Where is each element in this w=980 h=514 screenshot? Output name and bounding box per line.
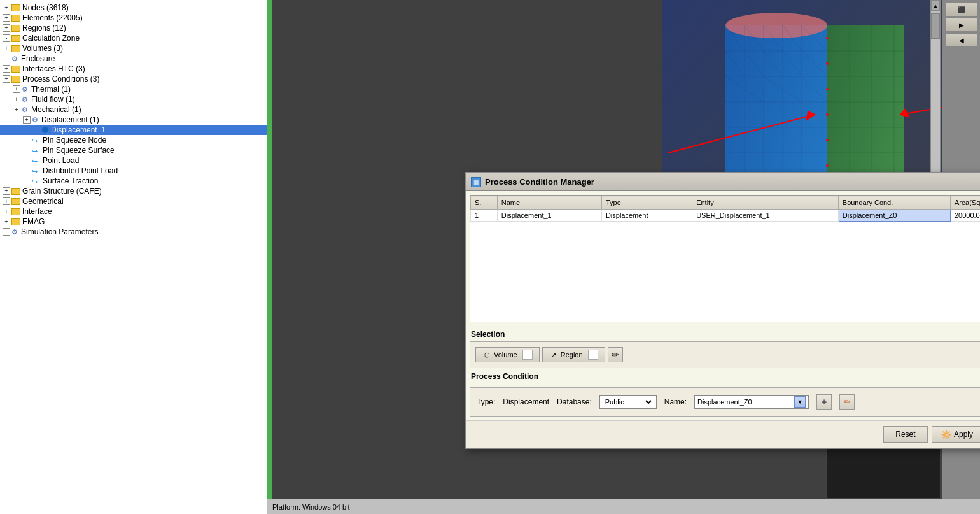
expand-icon-mechanical[interactable]: + [13,106,20,113]
dialog-overlay: ▦ Process Condition Manager □ ⊡ ✕ [465,172,980,449]
apply-button[interactable]: 🔆 Apply [932,426,980,443]
region-button-label: Region [561,351,583,359]
tree-item-fluid_flow[interactable]: +⚙Fluid flow (1) [0,94,267,104]
expand-icon-enclosure[interactable]: - [3,55,10,62]
volume-button[interactable]: ⬡ Volume ⋯ [475,347,540,362]
col-header-name: Name [497,196,601,210]
col-header-type: Type [601,196,692,210]
pick-button[interactable]: ✏ [608,347,623,362]
tree-item-interface[interactable]: +Interface [0,206,267,217]
expand-icon-fluid_flow[interactable]: + [13,96,20,103]
green-bar [267,0,272,514]
tree-item-regions[interactable]: +Regions (12) [0,23,267,33]
tree-item-pin_squeeze_node[interactable]: ↪Pin Squeeze Node [0,135,267,145]
tree-item-enclosure[interactable]: -⚙Enclosure [0,54,267,64]
circle-icon-displacement_1 [42,127,48,133]
table-row[interactable]: 1Displacement_1DisplacementUSER_Displace… [471,210,981,222]
region-button[interactable]: ↗ Region ⋯ [542,347,605,362]
volume-dropdown-icon[interactable]: ⋯ [522,350,533,360]
tree-label-process_conditions: Process Conditions (3) [22,75,99,83]
apply-icon: 🔆 [941,430,951,439]
tree-item-mechanical[interactable]: +⚙Mechanical (1) [0,104,267,115]
svg-point-47 [826,62,829,65]
tree-item-calczone[interactable]: -Calculation Zone [0,33,267,43]
main-container: +Nodes (3618)+Elements (22005)+Regions (… [0,0,980,514]
table-cell-0-3: USER_Displacement_1 [692,210,839,222]
table-cell-0-4: Displacement_Z0 [838,210,950,222]
expand-icon-volumes[interactable]: + [3,45,10,52]
tree-label-interfaces_htc: Interfaces HTC (3) [22,64,85,73]
process-condition-dialog: ▦ Process Condition Manager □ ⊡ ✕ [465,172,980,449]
tree-label-grain_structure: Grain Structure (CAFE) [22,187,102,196]
expand-icon-elements[interactable]: + [3,14,10,22]
right-btn-1[interactable]: ⬛ [946,3,977,17]
expand-icon-process_conditions[interactable]: + [3,75,10,83]
tree-item-point_load[interactable]: ↪Point Load [0,155,267,166]
expand-icon-geometrical[interactable]: + [3,197,10,205]
table-container: S. Name Type Entity Boundary Cond. Area(… [470,195,980,322]
tree-item-grain_structure[interactable]: +Grain Structure (CAFE) [0,186,267,196]
type-label: Type: [477,397,495,406]
expand-icon-interfaces_htc[interactable]: + [3,65,10,73]
tree-item-process_conditions[interactable]: +Process Conditions (3) [0,74,267,84]
dialog-title-left: ▦ Process Condition Manager [471,177,594,187]
expand-icon-calczone[interactable]: - [3,34,10,42]
expand-icon-emag[interactable]: + [3,218,10,225]
gear-icon-enclosure: ⚙ [11,55,19,62]
tree-item-simulation_params[interactable]: -⚙Simulation Parameters [0,227,267,237]
table-cell-0-5: 20000.0000 [950,210,980,222]
scrollbar-thumb[interactable] [931,13,940,39]
pc-section: Type: Displacement Database: Public Name… [470,387,980,417]
folder-icon-interfaces_htc [11,66,20,73]
tree-item-pin_squeeze_surface[interactable]: ↪Pin Squeeze Surface [0,145,267,155]
edit-button[interactable]: ✏ [839,394,855,410]
expand-icon-regions[interactable]: + [3,24,10,32]
name-dropdown-button[interactable]: ▼ [794,396,806,408]
dialog-titlebar: ▦ Process Condition Manager □ ⊡ ✕ [466,173,980,191]
arrow-icon-pin_squeeze_surface: ↪ [32,147,41,153]
selection-section: ⬡ Volume ⋯ ↗ Region ⋯ ✏ [470,341,980,368]
tree-item-emag[interactable]: +EMAG [0,217,267,227]
expand-icon-interface[interactable]: + [3,208,10,215]
tree-label-regions: Regions (12) [22,24,66,32]
reset-label: Reset [895,430,915,439]
right-btn-3[interactable]: ◀ [946,33,977,47]
expand-icon-thermal[interactable]: + [13,85,20,93]
tree-label-displacement_1: Displacement_1 [51,125,106,134]
tree-label-geometrical: Geometrical [22,197,64,206]
tree-label-displacement: Displacement (1) [41,115,99,124]
right-btn-2[interactable]: ▶ [946,18,977,32]
tree-label-nodes: Nodes (3618) [22,3,69,12]
tree-item-geometrical[interactable]: +Geometrical [0,196,267,206]
tree-item-surface_traction[interactable]: ↪Surface Traction [0,176,267,186]
tree-item-thermal[interactable]: +⚙Thermal (1) [0,84,267,94]
dialog-icon: ▦ [471,177,481,187]
tree-label-simulation_params: Simulation Parameters [21,227,98,236]
folder-icon-grain_structure [11,188,20,195]
add-button[interactable]: + [816,394,832,410]
tree-item-interfaces_htc[interactable]: +Interfaces HTC (3) [0,64,267,74]
tree-item-displacement[interactable]: +⚙Displacement (1) [0,115,267,125]
region-dropdown-icon[interactable]: ⋯ [588,350,598,360]
expand-icon-displacement[interactable]: + [23,116,31,124]
database-select[interactable]: Public [603,397,654,406]
tree-item-volumes[interactable]: +Volumes (3) [0,43,267,54]
tree-label-calczone: Calculation Zone [22,34,80,43]
tree-item-elements[interactable]: +Elements (22005) [0,13,267,23]
folder-icon-nodes [11,4,20,11]
name-input[interactable] [697,398,792,406]
col-header-boundary: Boundary Cond. [838,196,950,210]
expand-icon-grain_structure[interactable]: + [3,187,10,195]
database-dropdown[interactable]: Public [599,395,657,409]
tree-item-distributed_point_load[interactable]: ↪Distributed Point Load [0,166,267,176]
pc-row: Type: Displacement Database: Public Name… [477,394,980,410]
expand-icon-nodes[interactable]: + [3,4,10,11]
svg-point-51 [826,164,829,167]
reset-button[interactable]: Reset [883,426,928,443]
tree-item-displacement_1[interactable]: Displacement_1 [0,125,267,135]
viewport-area: ⬛ ▶ ◀ Python 3.8.9 (tags/3.8.9, (AMD64)]… [267,0,980,514]
folder-icon-geometrical [11,198,20,205]
tree-label-point_load: Point Load [43,156,79,165]
tree-item-nodes[interactable]: +Nodes (3618) [0,3,267,13]
expand-icon-simulation_params[interactable]: - [3,228,10,236]
